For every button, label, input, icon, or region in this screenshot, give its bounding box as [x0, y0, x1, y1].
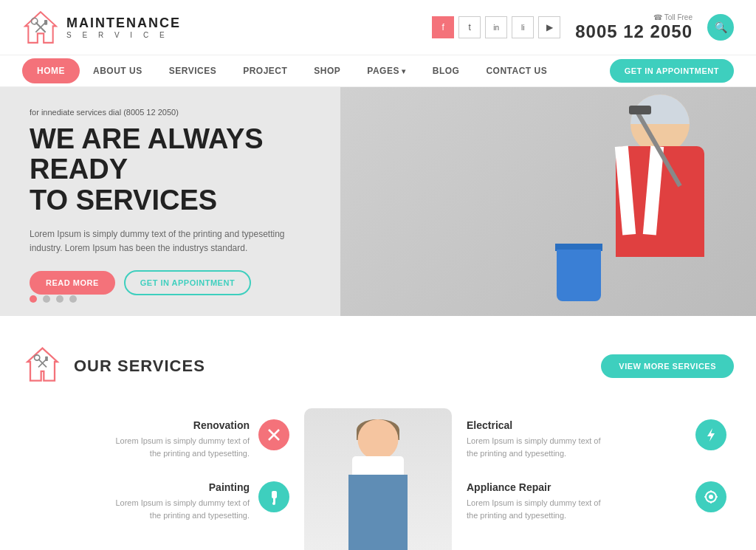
- logo-text: MAINTENANCE S E R V I C E: [66, 16, 181, 39]
- services-section-icon: [22, 346, 63, 386]
- social-facebook[interactable]: f: [432, 16, 454, 38]
- worker-figure: [505, 94, 712, 316]
- hero-section: for innediate services dial (8005 12 205…: [0, 87, 756, 316]
- services-left-column: Renovation Lorem Ipsum is simply dummy t…: [22, 408, 297, 532]
- nav-project[interactable]: PROJECT: [230, 55, 300, 86]
- services-center-image: Ted More: [297, 408, 459, 550]
- electrical-icon-svg: [703, 427, 719, 443]
- appliance-icon-svg: [703, 489, 719, 505]
- services-title-area: OUR SERVICES: [22, 346, 205, 386]
- worker-overalls: [348, 475, 408, 550]
- main-nav: HOME ABOUT US SERVICES PROJECT SHOP PAGE…: [0, 55, 756, 87]
- service-renovation-icon: [258, 419, 289, 450]
- service-painting-name: Painting: [30, 481, 250, 493]
- services-right-column: Electrical Lorem Ipsum is simply dummy t…: [459, 408, 734, 532]
- services-grid: Renovation Lorem Ipsum is simply dummy t…: [22, 408, 734, 550]
- service-electrical-desc: Lorem Ipsum is simply dummy text ofthe p…: [467, 435, 687, 459]
- nav-about[interactable]: ABOUT US: [80, 55, 156, 86]
- hero-title-line2: TO SERVICES: [30, 185, 217, 216]
- logo: MAINTENANCE S E R V I C E: [22, 9, 181, 46]
- toll-free-label: ☎ Toll Free: [575, 13, 693, 21]
- service-renovation-text: Renovation Lorem Ipsum is simply dummy t…: [30, 419, 250, 459]
- social-instagram[interactable]: in: [485, 16, 507, 38]
- services-section-title: OUR SERVICES: [74, 357, 205, 376]
- service-appliance-name: Appliance Repair: [467, 481, 687, 493]
- svg-marker-5: [27, 348, 57, 381]
- nav-services[interactable]: SERVICES: [156, 55, 230, 86]
- read-more-button[interactable]: READ MORE: [30, 271, 115, 295]
- service-appliance-text: Appliance Repair Lorem Ipsum is simply d…: [467, 481, 687, 521]
- service-painting: Painting Lorem Ipsum is simply dummy tex…: [22, 470, 297, 532]
- worker-face: [358, 419, 399, 460]
- brand-sub: S E R V I C E: [66, 31, 181, 39]
- svg-point-7: [35, 355, 40, 360]
- svg-point-2: [32, 18, 38, 24]
- toll-free-number: 8005 12 2050: [575, 21, 693, 42]
- service-electrical: Electrical Lorem Ipsum is simply dummy t…: [459, 408, 734, 470]
- service-painting-desc: Lorem Ipsum is simply dummy text ofthe p…: [30, 497, 250, 521]
- svg-rect-12: [272, 491, 277, 498]
- social-twitter[interactable]: t: [458, 16, 481, 38]
- nav-shop[interactable]: SHOP: [300, 55, 354, 86]
- hero-background: [340, 87, 756, 316]
- brand-name: MAINTENANCE: [66, 16, 181, 31]
- social-youtube[interactable]: ▶: [538, 16, 560, 38]
- hero-buttons: READ MORE GET IN APPOINTMENT: [30, 270, 347, 295]
- service-renovation: Renovation Lorem Ipsum is simply dummy t…: [22, 408, 297, 470]
- nav-appointment-button[interactable]: GET IN APPOINTMENT: [610, 59, 734, 83]
- service-appliance-desc: Lorem Ipsum is simply dummy text ofthe p…: [467, 497, 687, 521]
- hero-description: Lorem Ipsum is simply dummy text of the …: [30, 227, 310, 255]
- view-more-services-button[interactable]: VIEW MORE SERVICES: [601, 354, 734, 378]
- nav-pages[interactable]: PAGES: [354, 55, 419, 86]
- hero-content: for innediate services dial (8005 12 205…: [0, 87, 369, 316]
- service-appliance-repair: Appliance Repair Lorem Ipsum is simply d…: [459, 470, 734, 532]
- svg-rect-4: [44, 20, 47, 25]
- service-electrical-name: Electrical: [467, 419, 687, 431]
- hero-title: WE ARE ALWAYS READY TO SERVICES: [30, 124, 347, 216]
- svg-point-14: [272, 502, 275, 505]
- service-painting-icon: [258, 481, 289, 512]
- renovation-icon-svg: [266, 427, 282, 443]
- nav-contact[interactable]: CONTACT US: [472, 55, 560, 86]
- hero-dial-text: for innediate services dial (8005 12 205…: [30, 108, 347, 117]
- services-header: OUR SERVICES VIEW MORE SERVICES: [22, 346, 734, 386]
- search-button[interactable]: 🔍: [707, 14, 734, 41]
- svg-rect-9: [45, 357, 48, 361]
- header-right: f t in li ▶ ☎ Toll Free 8005 12 2050 🔍: [432, 13, 734, 42]
- center-worker-figure: Ted More: [304, 408, 452, 550]
- worker-head: [630, 94, 690, 154]
- service-painting-text: Painting Lorem Ipsum is simply dummy tex…: [30, 481, 250, 521]
- logo-icon: [22, 9, 59, 46]
- service-appliance-icon: [695, 481, 726, 512]
- roller-head: [629, 106, 651, 114]
- social-icons: f t in li ▶: [432, 16, 560, 38]
- appointment-button[interactable]: GET IN APPOINTMENT: [124, 270, 251, 295]
- svg-marker-15: [707, 428, 715, 441]
- services-section: OUR SERVICES VIEW MORE SERVICES Renovati…: [0, 316, 756, 550]
- search-icon: 🔍: [715, 21, 727, 33]
- paint-bucket: [557, 250, 601, 301]
- hero-title-line1: WE ARE ALWAYS READY: [30, 123, 264, 185]
- svg-point-17: [709, 495, 713, 499]
- nav-blog[interactable]: BLOG: [419, 55, 473, 86]
- service-electrical-icon: [695, 419, 726, 450]
- service-electrical-text: Electrical Lorem Ipsum is simply dummy t…: [467, 419, 687, 459]
- center-worker-css: [326, 416, 430, 550]
- site-header: MAINTENANCE S E R V I C E f t in li ▶ ☎ …: [0, 0, 756, 55]
- toll-free-area: ☎ Toll Free 8005 12 2050: [575, 13, 693, 42]
- service-renovation-name: Renovation: [30, 419, 250, 431]
- nav-home[interactable]: HOME: [22, 58, 80, 83]
- social-linkedin[interactable]: li: [512, 16, 534, 38]
- service-renovation-desc: Lorem Ipsum is simply dummy text ofthe p…: [30, 435, 250, 459]
- painting-icon-svg: [266, 489, 282, 505]
